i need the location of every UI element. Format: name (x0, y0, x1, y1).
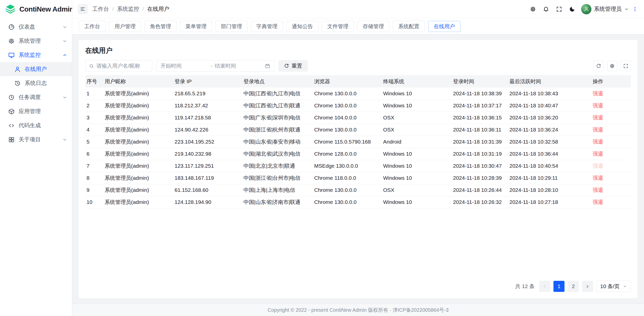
tab-item[interactable]: 系统配置 (393, 21, 425, 32)
gear-icon (530, 6, 536, 12)
tab-item[interactable]: 存储管理 (357, 21, 389, 32)
breadcrumb: 工作台/系统监控/在线用户 (92, 5, 169, 13)
cell-location: 中国|浙江省|杭州市|联通 (242, 124, 313, 136)
force-logout-link[interactable]: 强退 (593, 91, 603, 96)
date-range-separator: - (211, 63, 212, 69)
tab-item[interactable]: 菜单管理 (180, 21, 212, 32)
pagination-page[interactable]: 1 (553, 281, 565, 292)
pagination-prev-button[interactable] (539, 281, 550, 292)
more-button[interactable] (631, 4, 639, 15)
cell-nickname: 系统管理员(admin) (103, 112, 173, 124)
reset-button[interactable]: 重置 (278, 60, 308, 72)
cell-last-active: 2024-11-18 10:36:20 (508, 112, 591, 124)
sidebar: ContiNew Admin 仪表盘系统管理系统监控在线用户系统日志任务调度应用… (0, 0, 72, 316)
column-settings-button[interactable] (607, 61, 617, 71)
cell-browser: Chrome 130.0.0.0 (313, 196, 382, 208)
fullscreen-button[interactable] (553, 4, 565, 15)
breadcrumb-separator: / (112, 6, 114, 12)
force-logout-link[interactable]: 强退 (593, 127, 603, 132)
chevron-down-icon (62, 38, 67, 44)
pagination-next-button[interactable] (582, 281, 593, 292)
sidebar-item-system-management[interactable]: 系统管理 (0, 34, 72, 48)
pagination-page[interactable]: 2 (568, 281, 579, 292)
column-header: 序号 (85, 75, 103, 87)
tab-item[interactable]: 在线用户 (428, 21, 460, 32)
sidebar-subitem-system-log[interactable]: 系统日志 (0, 76, 72, 90)
column-header: 操作 (591, 75, 631, 87)
tab-item[interactable]: 通知公告 (286, 21, 318, 32)
force-logout-link[interactable]: 强退 (593, 187, 603, 193)
user-menu[interactable]: 系统管理员 (581, 4, 629, 14)
notifications-button[interactable] (540, 4, 551, 15)
box-icon (8, 108, 15, 115)
cell-os: Windows 10 (382, 160, 452, 172)
refresh-icon (284, 63, 289, 68)
cell-action: 强退 (591, 136, 631, 148)
sidebar-item-label: 在线用户 (25, 65, 47, 73)
tab-item[interactable]: 工作台 (79, 21, 106, 32)
sidebar-item-system-monitor[interactable]: 系统监控 (0, 48, 72, 62)
force-logout-link[interactable]: 强退 (593, 175, 603, 181)
sidebar-collapse-button[interactable] (78, 4, 88, 14)
cell-login-time: 2024-11-18 10:31:39 (452, 136, 508, 148)
sidebar-item-label: 任务调度 (19, 94, 41, 101)
force-logout-link[interactable]: 强退 (593, 151, 603, 157)
theme-toggle-button[interactable] (567, 4, 578, 15)
sidebar-item-dashboard[interactable]: 仪表盘 (0, 20, 72, 34)
tab-bar: 工作台用户管理角色管理菜单管理部门管理字典管理通知公告文件管理存储管理系统配置在… (72, 18, 644, 34)
table-fullscreen-button[interactable] (621, 61, 631, 71)
dashboard-icon (8, 24, 15, 30)
tab-item[interactable]: 部门管理 (215, 21, 248, 32)
gear-icon (8, 38, 15, 44)
settings-button[interactable] (527, 4, 538, 15)
chevron-right-icon (585, 284, 590, 289)
brand-logo-icon (5, 4, 16, 15)
cell-action: 强退 (591, 160, 631, 172)
refresh-table-button[interactable] (593, 61, 604, 71)
sidebar-item-task-schedule[interactable]: 任务调度 (0, 90, 72, 104)
tab-item[interactable]: 文件管理 (322, 21, 354, 32)
table-row: 9系统管理员(admin)61.152.168.60中国|上海|上海市|电信Ch… (85, 184, 631, 196)
tab-item[interactable]: 字典管理 (251, 21, 283, 32)
table-row: 5系统管理员(admin)223.104.195.252中国|山东省|泰安市|移… (85, 136, 631, 148)
breadcrumb-item[interactable]: 在线用户 (147, 5, 169, 13)
cell-login-time: 2024-11-18 10:36:15 (452, 112, 508, 124)
main-region: 工作台/系统监控/在线用户 系统管理员 工作台用户管理角色管理菜单管理部门管理字… (72, 0, 644, 316)
column-header: 用户昵称 (103, 75, 173, 87)
breadcrumb-separator: / (142, 6, 144, 12)
sidebar-item-app-management[interactable]: 应用管理 (0, 104, 72, 118)
date-range-picker[interactable]: - (156, 60, 274, 72)
force-logout-link[interactable]: 强退 (593, 199, 603, 205)
page-size-value: 10 条/页 (600, 283, 620, 290)
tab-item[interactable]: 用户管理 (109, 21, 141, 32)
force-logout-link[interactable]: 强退 (593, 103, 603, 108)
online-users-card: 在线用户 - 重置 (79, 40, 637, 298)
cell-os: Windows 10 (382, 172, 452, 184)
brand-logo[interactable]: ContiNew Admin (0, 0, 72, 18)
search-input[interactable] (96, 63, 149, 69)
sidebar-item-label: 系统日志 (25, 79, 47, 87)
end-time-input[interactable] (215, 63, 262, 69)
cell-ip: 218.65.5.219 (173, 87, 242, 100)
force-logout-link[interactable]: 强退 (593, 139, 603, 145)
breadcrumb-item[interactable]: 系统监控 (117, 5, 139, 13)
page-title: 在线用户 (85, 46, 631, 55)
sidebar-subitem-online-user[interactable]: 在线用户 (0, 62, 72, 76)
cell-last-active: 2024-11-18 10:36:44 (508, 148, 591, 160)
breadcrumb-item[interactable]: 工作台 (92, 5, 109, 13)
page-size-select[interactable]: 10 条/页 (596, 281, 631, 292)
start-time-input[interactable] (160, 63, 208, 69)
column-header: 终端系统 (382, 75, 452, 87)
history-icon (14, 80, 21, 87)
sidebar-item-code-generation[interactable]: 代码生成 (0, 118, 72, 132)
tab-item[interactable]: 角色管理 (144, 21, 177, 32)
cell-last-active: 2024-11-18 10:40:54 (508, 160, 591, 172)
force-logout-link[interactable]: 强退 (593, 115, 603, 120)
sidebar-item-about-project[interactable]: 关于项目 (0, 132, 72, 147)
brand-name: ContiNew Admin (19, 5, 74, 13)
cell-index: 4 (85, 124, 103, 136)
cell-browser: MSEdge 130.0.0.0 (313, 160, 382, 172)
cell-location: 中国|上海|上海市|电信 (242, 184, 313, 196)
table-row: 10系统管理员(admin)124.128.194.90中国|山东省|济南市|联… (85, 196, 631, 208)
cell-os: Windows 10 (382, 148, 452, 160)
